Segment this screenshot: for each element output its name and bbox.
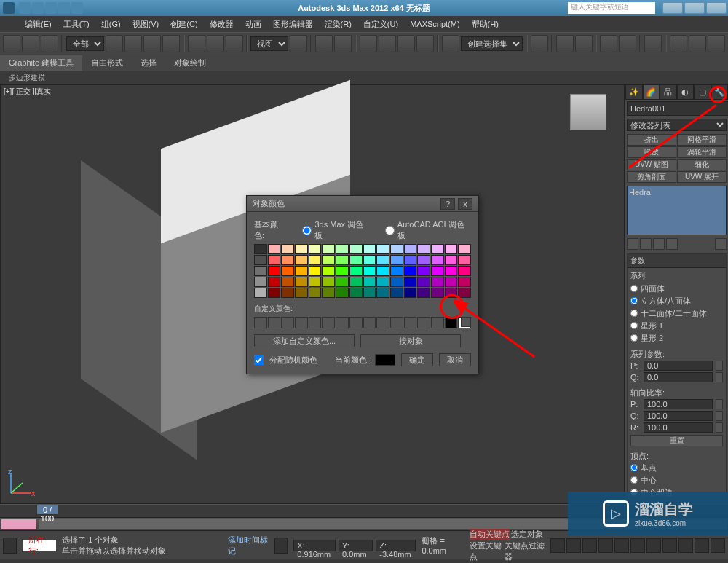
custom-swatch[interactable] xyxy=(349,317,363,328)
keyboard-shortcut-icon[interactable] xyxy=(334,35,352,52)
menu-modifiers[interactable]: 修改器 xyxy=(204,17,240,31)
cancel-button[interactable]: 取消 xyxy=(439,353,471,366)
custom-swatch[interactable] xyxy=(336,317,349,328)
palette-swatch[interactable] xyxy=(322,266,335,276)
palette-swatch[interactable] xyxy=(363,255,376,265)
menu-view[interactable]: 视图(V) xyxy=(127,17,165,31)
selected-key-dropdown[interactable]: 选定对象 xyxy=(511,529,543,540)
palette-swatch[interactable] xyxy=(390,244,403,254)
palette-swatch[interactable] xyxy=(445,244,458,254)
link-icon[interactable] xyxy=(3,35,20,52)
palette-swatch[interactable] xyxy=(254,244,267,254)
custom-swatch[interactable] xyxy=(268,317,281,328)
app-logo-icon[interactable] xyxy=(3,2,15,14)
palette-swatch[interactable] xyxy=(445,255,458,265)
mod-chamfer-button[interactable]: 剪角剖面 xyxy=(627,171,676,183)
palette-swatch[interactable] xyxy=(268,277,281,287)
palette-swatch[interactable] xyxy=(268,266,281,276)
palette-swatch[interactable] xyxy=(336,244,349,254)
palette-swatch[interactable] xyxy=(363,244,376,254)
palette-swatch[interactable] xyxy=(376,255,389,265)
palette-swatch[interactable] xyxy=(417,255,430,265)
mod-tessellate-button[interactable]: 细化 xyxy=(677,159,727,170)
layers-icon[interactable] xyxy=(575,35,593,52)
palette-3dsmax-radio[interactable] xyxy=(302,226,312,235)
material-editor-icon[interactable] xyxy=(644,35,662,52)
help-search-input[interactable]: 键入关键字或短语 xyxy=(568,2,655,14)
menu-edit[interactable]: 编辑(E) xyxy=(19,17,58,31)
palette-swatch[interactable] xyxy=(349,266,363,276)
palette-swatch[interactable] xyxy=(336,266,349,276)
listener-prompt[interactable]: 所在行: xyxy=(23,540,56,551)
close-button[interactable] xyxy=(706,2,727,14)
window-crossing-icon[interactable] xyxy=(162,35,180,52)
refcoord-dropdown[interactable]: 视图 xyxy=(250,36,288,51)
configure-modifier-sets-icon[interactable] xyxy=(715,238,727,250)
axis-r-spinner[interactable]: 100.0 xyxy=(644,422,713,433)
ribbon-tab-selection[interactable]: 选择 xyxy=(132,55,165,71)
palette-swatch[interactable] xyxy=(445,266,458,276)
maximize-viewport-icon[interactable] xyxy=(711,538,725,553)
mod-meshsmooth-button[interactable]: 网格平滑 xyxy=(677,134,727,146)
dialog-help-button[interactable]: ? xyxy=(440,198,455,210)
viewcube[interactable] xyxy=(570,94,606,130)
family-q-spinner[interactable]: 0.0 xyxy=(644,372,713,382)
add-custom-color-button[interactable]: 添加自定义颜色... xyxy=(254,334,355,347)
unlink-icon[interactable] xyxy=(22,35,39,52)
mod-uvwunwrap-button[interactable]: UVW 展开 xyxy=(677,171,727,183)
time-slider-thumb[interactable]: 0 / 100 xyxy=(36,505,58,515)
maxscript-listener-icon[interactable] xyxy=(3,538,17,554)
palette-swatch[interactable] xyxy=(254,277,267,287)
by-object-button[interactable]: 按对象 xyxy=(360,334,461,347)
family-dodeca-radio[interactable] xyxy=(630,310,638,317)
family-tetra-radio[interactable] xyxy=(630,285,638,292)
palette-acad-radio[interactable] xyxy=(385,226,395,235)
named-selection-dropdown[interactable]: 创建选择集 xyxy=(461,36,523,51)
palette-swatch[interactable] xyxy=(458,277,471,287)
viewport-label[interactable]: [+][ 正交 ][真实 xyxy=(4,87,51,97)
ok-button[interactable]: 确定 xyxy=(401,353,433,366)
rendered-frame-icon[interactable] xyxy=(689,35,706,52)
family-cubeocta-radio[interactable] xyxy=(630,297,638,304)
palette-swatch[interactable] xyxy=(309,277,322,287)
palette-swatch[interactable] xyxy=(268,288,281,298)
mod-noise-button[interactable]: 噪波 xyxy=(627,146,676,158)
palette-swatch[interactable] xyxy=(431,266,444,276)
percent-snap-icon[interactable] xyxy=(397,35,415,52)
palette-swatch[interactable] xyxy=(376,244,389,254)
scale-icon[interactable] xyxy=(226,35,243,52)
custom-swatch[interactable] xyxy=(404,317,417,328)
spinner-arrows-icon[interactable] xyxy=(716,422,723,433)
spinner-snap-icon[interactable] xyxy=(416,35,434,52)
palette-swatch[interactable] xyxy=(336,288,349,298)
make-unique-icon[interactable] xyxy=(653,238,665,250)
palette-swatch[interactable] xyxy=(281,255,294,265)
schematic-view-icon[interactable] xyxy=(619,35,636,52)
mod-uvwmap-button[interactable]: UVW 贴图 xyxy=(627,159,676,170)
render-setup-icon[interactable] xyxy=(670,35,687,52)
current-color-swatch[interactable] xyxy=(375,354,395,366)
palette-swatch[interactable] xyxy=(254,255,267,265)
dialog-close-button[interactable]: x xyxy=(458,198,472,210)
angle-snap-icon[interactable] xyxy=(379,35,396,52)
palette-swatch[interactable] xyxy=(268,255,281,265)
custom-swatch[interactable] xyxy=(281,317,294,328)
palette-swatch[interactable] xyxy=(281,266,294,276)
family-star1-radio[interactable] xyxy=(630,322,638,329)
palette-swatch[interactable] xyxy=(349,255,363,265)
menu-create[interactable]: 创建(C) xyxy=(165,17,203,31)
palette-swatch[interactable] xyxy=(281,244,294,254)
qat-save-icon[interactable] xyxy=(45,2,57,14)
palette-swatch[interactable] xyxy=(458,255,471,265)
add-time-tag[interactable]: 添加时间标记 xyxy=(228,535,268,556)
goto-end-icon[interactable] xyxy=(614,538,629,553)
palette-swatch[interactable] xyxy=(363,288,376,298)
utilities-tab-icon[interactable]: 🔧 xyxy=(711,84,729,100)
select-by-name-icon[interactable] xyxy=(124,35,142,52)
palette-swatch[interactable] xyxy=(309,255,322,265)
object-name-field[interactable] xyxy=(627,101,728,116)
palette-swatch[interactable] xyxy=(404,255,417,265)
move-icon[interactable] xyxy=(188,35,205,52)
ribbon-tab-modeling[interactable]: Graphite 建模工具 xyxy=(0,55,82,71)
vertex-base-radio[interactable] xyxy=(630,464,638,471)
